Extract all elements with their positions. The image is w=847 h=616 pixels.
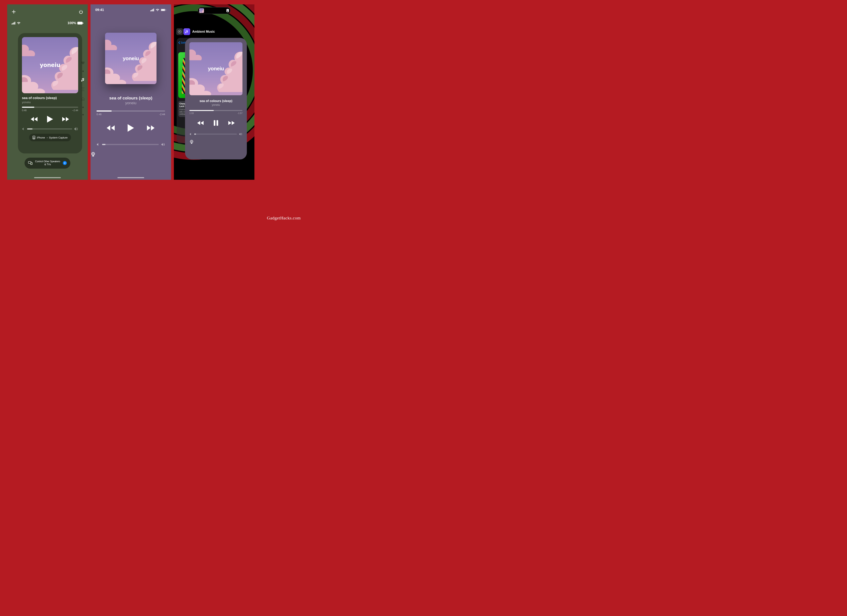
play-button[interactable] (127, 124, 134, 132)
output-device-button[interactable]: iPhone → System Capture (29, 134, 71, 141)
album-art-text: yoneiu (22, 62, 78, 68)
svg-rect-28 (217, 120, 218, 126)
track-title: sea of colours (sleep) (90, 96, 171, 100)
airplay-button[interactable] (90, 152, 171, 156)
dynamic-island[interactable] (198, 7, 230, 14)
svg-point-8 (34, 137, 34, 137)
progress-slider[interactable] (22, 107, 78, 108)
track-title: sea of colours (sleep) (22, 96, 78, 100)
forward-button[interactable] (62, 116, 70, 122)
svg-rect-5 (77, 22, 83, 25)
svg-rect-27 (214, 120, 215, 126)
svg-rect-2 (13, 23, 13, 25)
time-remaining: –2:44 (72, 109, 78, 112)
home-indicator[interactable] (34, 177, 61, 178)
power-icon[interactable] (78, 10, 83, 14)
svg-rect-15 (152, 9, 153, 11)
now-playing-card: yoneiu sea of colours (sleep) yoneiu 0:4… (18, 33, 82, 153)
volume-low-icon (96, 143, 100, 146)
track-title: sea of colours (sleep) (189, 99, 242, 103)
music-icon[interactable] (81, 78, 84, 81)
progress-slider[interactable] (189, 110, 242, 111)
svg-point-20 (91, 152, 95, 155)
music-card-switcher[interactable]: yoneiu sea of colours (sleep) yoneiu 1:3… (185, 38, 247, 159)
track-artist: yoneiu (90, 101, 171, 105)
svg-rect-14 (151, 10, 152, 11)
battery-icon (77, 22, 83, 25)
home-icon[interactable] (81, 97, 85, 101)
panel-2-lockscreen-player: 09:41 yoneiu sea of colours (sleep) yone… (90, 4, 171, 180)
track-artist: yoneiu (189, 103, 242, 106)
volume-slider[interactable] (102, 144, 159, 145)
album-art-text: yoneiu (189, 66, 242, 72)
status-time: 09:41 (95, 8, 104, 12)
devices-icon (28, 161, 32, 165)
page-dot[interactable] (82, 114, 84, 115)
wifi-icon (155, 9, 159, 11)
page-dot[interactable] (82, 71, 84, 72)
svg-point-26 (179, 31, 180, 32)
volume-high-icon (161, 143, 165, 146)
watermark: GadgetHacks.com (267, 215, 301, 221)
time-elapsed: 0:46 (96, 113, 102, 116)
svg-rect-4 (15, 22, 15, 25)
svg-rect-18 (161, 9, 165, 11)
volume-high-icon (74, 127, 78, 131)
svg-point-10 (83, 89, 83, 90)
volume-slider[interactable] (194, 134, 237, 135)
broadcast-icon[interactable] (81, 87, 85, 91)
track-artist: yoneiu (22, 100, 78, 104)
airplay-button[interactable] (189, 140, 242, 144)
album-art: yoneiu (22, 37, 78, 93)
heart-icon[interactable] (81, 61, 85, 65)
album-art: yoneiu (189, 42, 242, 95)
play-button[interactable] (47, 115, 53, 123)
add-icon[interactable] (12, 10, 16, 14)
app-name-label: Ambient Music (192, 30, 215, 34)
badge-count: 2 (63, 161, 67, 165)
rewind-button[interactable] (30, 116, 38, 122)
forward-button[interactable] (146, 125, 155, 131)
volume-low-icon (22, 127, 25, 131)
svg-point-24 (227, 10, 228, 12)
svg-rect-16 (153, 9, 154, 11)
svg-rect-3 (13, 22, 14, 25)
album-art-text: yoneiu (105, 55, 156, 62)
time-remaining: -2:44 (159, 113, 165, 116)
time-remaining: -1:57 (238, 112, 242, 114)
rewind-button[interactable] (197, 121, 204, 125)
cellular-icon (151, 9, 154, 11)
time-elapsed: 1:33 (189, 112, 193, 114)
svg-point-30 (191, 141, 192, 142)
battery-percent: 100% (68, 21, 76, 25)
home-indicator[interactable] (117, 177, 144, 178)
panel-3-app-switcher: Ambient Music Settin Al Change Lock Scr (174, 4, 254, 180)
ambient-music-app-icon[interactable] (183, 28, 190, 35)
battery-icon (161, 9, 166, 11)
control-other-label: Control Other Speakers & TVs (35, 160, 60, 166)
svg-point-9 (33, 137, 34, 139)
svg-point-29 (190, 140, 193, 143)
svg-rect-12 (31, 162, 32, 165)
svg-point-23 (227, 10, 228, 10)
svg-point-21 (92, 153, 94, 155)
tip-body-line-3: wallpap (180, 113, 186, 115)
volume-slider[interactable] (27, 128, 72, 130)
time-elapsed: 0:46 (22, 109, 27, 112)
volume-low-icon (189, 133, 192, 136)
settings-app-icon[interactable] (176, 28, 183, 35)
forward-button[interactable] (228, 121, 235, 125)
control-other-button[interactable]: Control Other Speakers & TVs 2 (25, 158, 70, 169)
svg-rect-19 (166, 10, 166, 10)
island-album-art (199, 8, 204, 13)
volume-high-icon (239, 133, 242, 136)
wifi-icon (17, 22, 21, 25)
speaker-small-icon (226, 9, 229, 12)
progress-slider[interactable] (96, 111, 165, 112)
rewind-button[interactable] (106, 125, 115, 131)
svg-rect-13 (151, 10, 151, 11)
cellular-icon (12, 22, 16, 25)
svg-rect-6 (83, 22, 83, 24)
pause-button[interactable] (214, 120, 218, 126)
page-dot[interactable] (82, 107, 84, 108)
